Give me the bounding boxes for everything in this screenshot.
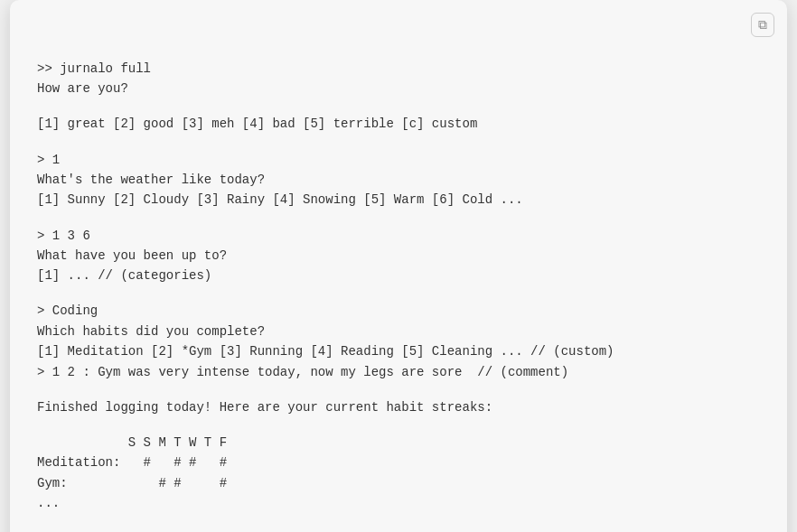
spacer-line	[37, 210, 760, 226]
terminal-line: >> jurnalo full	[37, 59, 760, 79]
terminal-line: What's the weather like today?	[37, 170, 760, 190]
terminal-line: > 1 2 : Gym was very intense today, now …	[37, 362, 760, 382]
terminal-content: >> jurnalo fullHow are you?[1] great [2]…	[37, 18, 760, 532]
terminal-line: S S M T W T F	[37, 433, 760, 453]
terminal-line: ...	[37, 493, 760, 513]
terminal-line: Finished logging today! Here are your cu…	[37, 397, 760, 417]
copy-icon: ⧉	[758, 17, 767, 33]
terminal-line: How are you?	[37, 79, 760, 98]
terminal-line: >>	[37, 528, 760, 532]
terminal-line: > 1 3 6	[37, 226, 760, 246]
terminal-line: Which habits did you complete?	[37, 322, 760, 341]
spacer-line	[37, 382, 760, 397]
terminal-line: What have you been up to?	[37, 246, 760, 266]
terminal-line: [1] Sunny [2] Cloudy [3] Rainy [4] Snowi…	[37, 190, 760, 210]
terminal-line: [1] ... // (categories)	[37, 266, 760, 285]
terminal-line: Meditation: # # # #	[37, 453, 760, 472]
spacer-line	[37, 135, 760, 150]
spacer-line	[37, 99, 760, 115]
spacer-line	[37, 417, 760, 433]
terminal-line: > Coding	[37, 301, 760, 321]
terminal-line: [1] Meditation [2] *Gym [3] Running [4] …	[37, 341, 760, 361]
terminal-line: [1] great [2] good [3] meh [4] bad [5] t…	[37, 114, 760, 134]
spacer-line	[37, 514, 760, 529]
terminal-line: Gym: # # #	[37, 473, 760, 493]
spacer-line	[37, 286, 760, 302]
terminal-line: > 1	[37, 150, 760, 170]
terminal-window: ⧉ >> jurnalo fullHow are you?[1] great […	[10, 0, 787, 532]
copy-button[interactable]: ⧉	[751, 13, 774, 37]
